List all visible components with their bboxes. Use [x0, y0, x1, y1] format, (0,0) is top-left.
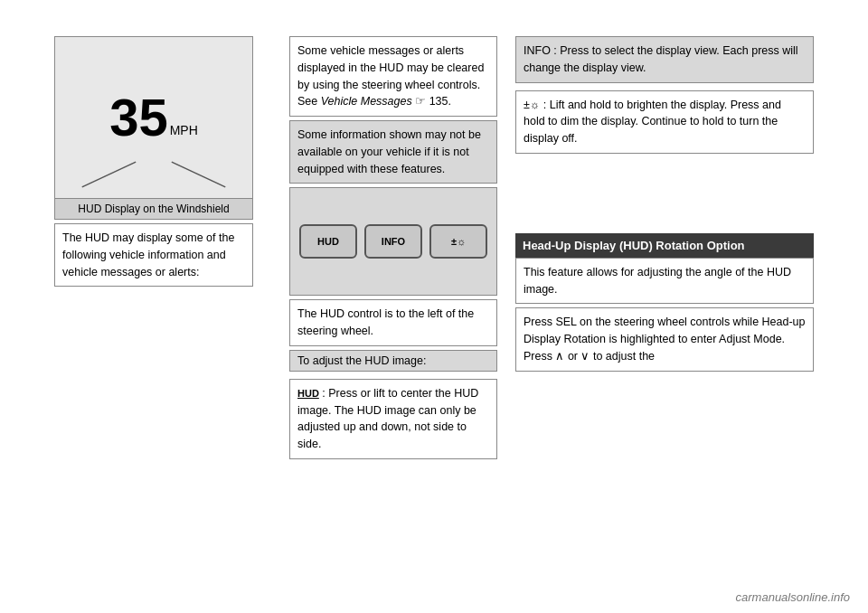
- hud-rotation-body2: Press SEL on the steering wheel controls…: [515, 307, 814, 371]
- hud-speed-display: 35 MPH: [109, 91, 198, 144]
- some-info-block: Some information shown may not be availa…: [289, 120, 497, 184]
- steering-text: The HUD control is to the left of the st…: [289, 299, 497, 346]
- content-area: 35 MPH HUD Display on the Windshield The…: [0, 0, 868, 613]
- hud-rotation-header: Head-Up Display (HUD) Rotation Option: [515, 233, 814, 258]
- brightness-button[interactable]: ±☼: [429, 224, 487, 259]
- hud-caption: HUD Display on the Windshield: [54, 199, 253, 220]
- hud-btn-label: HUD: [317, 236, 339, 247]
- hud-buttons-diagram: HUD INFO ±☼: [289, 187, 497, 296]
- hud-press-text: : Press or lift to center the HUD image.…: [297, 387, 478, 450]
- hud-underline-label: HUD: [297, 388, 319, 399]
- page-container: 35 MPH HUD Display on the Windshield The…: [0, 0, 868, 613]
- hud-button[interactable]: HUD: [299, 224, 357, 259]
- right-column: INFO : Press to select the display view.…: [515, 36, 814, 595]
- brightness-symbol: ±☼: [524, 99, 543, 111]
- svg-line-1: [172, 162, 225, 187]
- watermark: carmanualsonline.info: [736, 590, 850, 604]
- left-column: 35 MPH HUD Display on the Windshield The…: [54, 36, 271, 595]
- svg-line-0: [82, 162, 136, 187]
- hud-speed-number: 35: [109, 91, 168, 144]
- vehicle-messages-text: Some vehicle messages or alerts displaye…: [297, 44, 484, 108]
- hud-display-box: 35 MPH: [54, 36, 253, 199]
- info-button[interactable]: INFO: [364, 224, 422, 259]
- brightness-block: ±☼ : Lift and hold to brighten the displ…: [515, 90, 814, 154]
- brightness-btn-label: ±☼: [451, 236, 466, 247]
- hud-description-text: The HUD may display some of the followin…: [54, 223, 253, 287]
- brightness-text: : Lift and hold to brighten the display.…: [524, 99, 781, 146]
- info-btn-label: INFO: [382, 236, 405, 247]
- hud-speed-unit: MPH: [170, 124, 198, 137]
- adjust-label: To adjust the HUD image:: [289, 350, 497, 372]
- vehicle-messages-block: Some vehicle messages or alerts displaye…: [289, 36, 497, 117]
- some-info-text: Some information shown may not be availa…: [297, 128, 481, 175]
- info-press-text: INFO : Press to select the display view.…: [524, 44, 798, 74]
- middle-column: Some vehicle messages or alerts displaye…: [289, 36, 497, 595]
- info-press-block: INFO : Press to select the display view.…: [515, 36, 814, 83]
- road-lines-icon: [55, 153, 252, 189]
- hud-rotation-body1: This feature allows for adjusting the an…: [515, 258, 814, 305]
- hud-press-block: HUD : Press or lift to center the HUD im…: [289, 379, 497, 459]
